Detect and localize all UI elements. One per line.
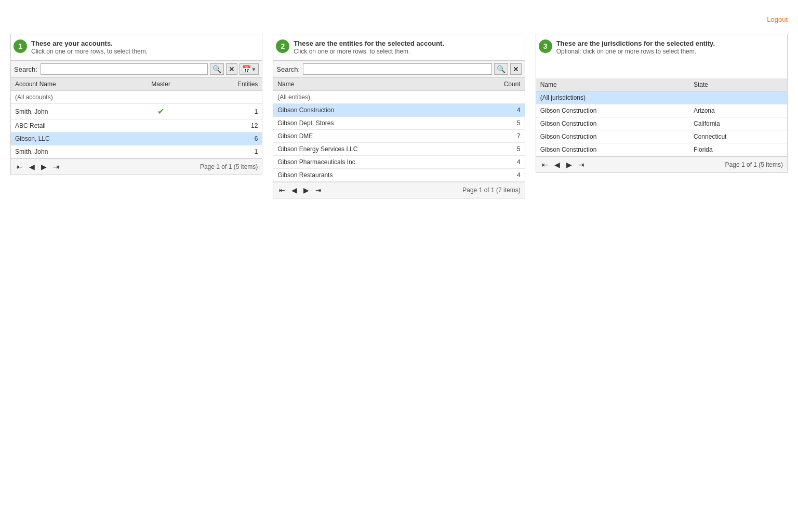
jurisdiction-name-cell: Gibson Construction <box>536 117 689 130</box>
panel-entities: 2 These are the entities for the selecte… <box>273 34 525 198</box>
panel3-table-container: Name State (All jurisdictions)Gibson Con… <box>536 78 787 156</box>
col-entities: Entities <box>193 78 262 91</box>
account-name-cell: Smith, John <box>11 145 128 158</box>
step-badge-1: 1 <box>14 39 27 53</box>
state-cell: California <box>689 117 787 130</box>
count-cell: 4 <box>469 169 524 182</box>
panel3-pagination: ⇤ ◀ ▶ ⇥ Page 1 of 1 (5 items) <box>536 156 787 172</box>
panel1-options-button[interactable]: 📅 ▼ <box>240 63 259 75</box>
panel1-last-page[interactable]: ⇥ <box>51 162 61 171</box>
table-row[interactable]: Gibson, LLC6 <box>11 132 262 145</box>
panel-jurisdictions: 3 These are the jurisdictions for the se… <box>536 34 788 173</box>
panel2-search-button[interactable]: 🔍 <box>494 63 508 75</box>
clear-icon-2: ✕ <box>513 65 519 73</box>
master-cell <box>128 132 194 145</box>
jurisdiction-name-cell: Gibson Construction <box>536 104 689 117</box>
master-cell <box>128 145 194 158</box>
jurisdiction-name-cell: Gibson Construction <box>536 130 689 143</box>
table-row[interactable]: Smith, John✔1 <box>11 104 262 119</box>
jurisdiction-name-cell: Gibson Construction <box>536 143 689 156</box>
panel2-page-info: Page 1 of 1 (7 items) <box>462 187 520 194</box>
panel2-table-header: Name Count <box>273 78 524 91</box>
table-row[interactable]: (All jurisdictions) <box>536 91 787 104</box>
table-row[interactable]: Gibson Energy Services LLC5 <box>273 143 524 156</box>
account-name-cell: (All accounts) <box>11 91 128 104</box>
master-cell: ✔ <box>128 104 194 119</box>
col-jurisdiction-name: Name <box>536 78 689 91</box>
panel1-table-header: Account Name Master Entities <box>11 78 262 91</box>
account-name-cell: Smith, John <box>11 104 128 119</box>
table-row[interactable]: Gibson DME7 <box>273 130 524 143</box>
table-row[interactable]: Gibson ConstructionCalifornia <box>536 117 787 130</box>
panel3-page-info: Page 1 of 1 (5 items) <box>725 161 783 168</box>
panel1-pagination: ⇤ ◀ ▶ ⇥ Page 1 of 1 (5 items) <box>11 158 262 175</box>
master-cell <box>128 119 194 132</box>
panel1-clear-button[interactable]: ✕ <box>226 63 237 75</box>
logout-link[interactable]: Logout <box>767 16 788 23</box>
panel2-next-page[interactable]: ▶ <box>302 185 311 195</box>
panel1-search-input[interactable] <box>41 63 208 75</box>
panel1-next-page[interactable]: ▶ <box>39 162 48 171</box>
table-row[interactable]: Gibson Dept. Stores5 <box>273 117 524 130</box>
panel3-table-header: Name State <box>536 78 787 91</box>
panel3-header: 3 These are the jurisdictions for the se… <box>536 34 787 60</box>
count-cell: 5 <box>469 143 524 156</box>
panel-accounts: 1 These are your accounts. Click on one … <box>10 34 262 175</box>
panel2-prev-page[interactable]: ◀ <box>290 185 299 195</box>
binoculars-icon: 🔍 <box>212 65 221 73</box>
panel2-clear-button[interactable]: ✕ <box>510 63 522 75</box>
panel1-search-button[interactable]: 🔍 <box>210 63 224 75</box>
count-cell: 5 <box>469 117 524 130</box>
entity-name-cell: Gibson Restaurants <box>273 169 469 182</box>
table-row[interactable]: Gibson Restaurants4 <box>273 169 524 182</box>
panel3-next-page[interactable]: ▶ <box>565 160 574 169</box>
state-cell <box>689 91 787 104</box>
entities-cell: 1 <box>193 145 262 158</box>
table-row[interactable]: Gibson ConstructionFlorida <box>536 143 787 156</box>
count-cell: 7 <box>469 130 524 143</box>
count-cell: 4 <box>469 104 524 117</box>
col-entity-name: Name <box>273 78 469 91</box>
panel2-search-input[interactable] <box>303 63 492 75</box>
entity-name-cell: Gibson Energy Services LLC <box>273 143 469 156</box>
panel3-prev-page[interactable]: ◀ <box>553 160 562 169</box>
panel2-last-page[interactable]: ⇥ <box>314 185 323 195</box>
panel1-search-bar: Search: 🔍 ✕ 📅 ▼ <box>11 60 262 78</box>
table-row[interactable]: Gibson Construction4 <box>273 104 524 117</box>
table-row[interactable]: (All entities) <box>273 91 524 104</box>
panel2-search-label: Search: <box>276 65 300 73</box>
panel3-first-page[interactable]: ⇤ <box>540 160 550 169</box>
panel1-title: These are your accounts. Click on one or… <box>31 39 148 55</box>
col-count: Count <box>469 78 524 91</box>
options-icon: 📅 <box>242 65 251 73</box>
panel1-first-page[interactable]: ⇤ <box>15 162 24 171</box>
entities-cell: 12 <box>193 119 262 132</box>
dropdown-arrow-icon: ▼ <box>251 66 256 72</box>
clear-icon: ✕ <box>229 65 235 73</box>
page-wrapper: Logout 1 These are your accounts. Click … <box>0 0 798 214</box>
logout-bar: Logout <box>10 16 788 23</box>
panel3-last-page[interactable]: ⇥ <box>577 160 586 169</box>
panel3-table: Name State (All jurisdictions)Gibson Con… <box>536 78 787 156</box>
entity-name-cell: (All entities) <box>273 91 469 104</box>
panel2-table: Name Count (All entities)Gibson Construc… <box>273 78 524 182</box>
table-row[interactable]: ABC Retail12 <box>11 119 262 132</box>
panel2-pagination: ⇤ ◀ ▶ ⇥ Page 1 of 1 (7 items) <box>273 182 524 198</box>
count-cell <box>469 91 524 104</box>
table-row[interactable]: Gibson Pharmaceuticals Inc.4 <box>273 156 524 169</box>
panel1-prev-page[interactable]: ◀ <box>28 162 36 171</box>
panel1-header: 1 These are your accounts. Click on one … <box>11 34 262 60</box>
table-row[interactable]: Gibson ConstructionConnecticut <box>536 130 787 143</box>
panel1-page-info: Page 1 of 1 (5 items) <box>200 163 258 170</box>
col-state: State <box>689 78 787 91</box>
col-account-name: Account Name <box>11 78 128 91</box>
state-cell: Florida <box>689 143 787 156</box>
col-master: Master <box>128 78 194 91</box>
account-name-cell: Gibson, LLC <box>11 132 128 145</box>
table-row[interactable]: Gibson ConstructionArizona <box>536 104 787 117</box>
table-row[interactable]: (All accounts) <box>11 91 262 104</box>
entities-cell <box>193 91 262 104</box>
table-row[interactable]: Smith, John1 <box>11 145 262 158</box>
panel2-first-page[interactable]: ⇤ <box>277 185 287 195</box>
panel2-header: 2 These are the entities for the selecte… <box>273 34 524 60</box>
